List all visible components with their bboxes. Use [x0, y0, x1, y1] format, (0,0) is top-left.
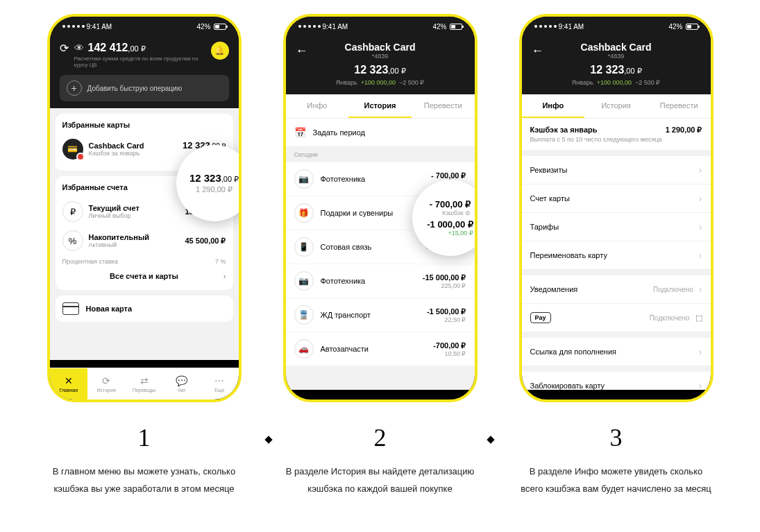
phone-1: 9:41 AM 42% ⟳ 👁142 412,00 ₽ Расчетная су… [47, 14, 242, 402]
captions: 1В главном меню вы можете узнать, скольк… [47, 423, 713, 497]
home-header: ⟳ 👁142 412,00 ₽ Расчетная сумма средств … [50, 36, 239, 108]
info-row[interactable]: Реквизиты› [522, 156, 711, 185]
card-header: ← Cashback Card*4839 12 323,00 ₽ Январь … [522, 36, 711, 94]
tab-more[interactable]: ⋯Еще [201, 368, 238, 400]
transaction-row[interactable]: 🚆 ЖД транспорт -1 500,00 ₽22,50 ₽ [286, 298, 475, 332]
tab-info[interactable]: Инфо [286, 94, 349, 118]
category-icon: 📷 [294, 271, 314, 291]
battery-icon [214, 24, 226, 30]
balance-subtitle: Расчетная сумма средств по всем продукта… [74, 55, 205, 68]
notifications-row[interactable]: УведомленияПодключено› [522, 275, 711, 304]
clock-icon[interactable]: ⟳ [60, 42, 69, 55]
status-bar: 9:41 AM 42% [286, 17, 475, 36]
status-bar: 9:41 AM 42% [522, 17, 711, 36]
eye-icon[interactable]: 👁 [74, 42, 84, 53]
topup-link-row[interactable]: Ссылка для пополнения› [522, 338, 711, 366]
battery-icon [450, 24, 462, 30]
tab-transfers[interactable]: ⇄Переводы [125, 368, 162, 400]
day-label: Сегодня [286, 147, 475, 162]
month-summary: Январь +100 000,00 −2 500 ₽ [296, 79, 465, 86]
plus-icon: + [67, 80, 82, 96]
wallet-icon: ⬚ [695, 314, 702, 323]
tab-home[interactable]: ✕Главная [50, 368, 87, 400]
caption-1: 1В главном меню вы можете узнать, скольк… [47, 423, 242, 497]
info-row[interactable]: Переименовать карту› [522, 241, 711, 270]
time: 9:41 AM [87, 23, 112, 31]
card-icon: 💳 [62, 139, 83, 160]
caption-2: 2В разделе История вы найдете детализаци… [283, 423, 478, 497]
section-title: Избранные карты [62, 121, 226, 129]
separator-diamond [265, 436, 273, 443]
tab-chat[interactable]: 💬Чат [163, 368, 201, 400]
ruble-icon: ₽ [62, 201, 83, 222]
add-quick-operation[interactable]: + Добавить быструю операцию [60, 75, 229, 101]
info-content: Инфо История Перевести Кэшбэк за январь1… [522, 94, 711, 390]
phone-2: 9:41 AM 42% ← Cashback Card*4839 12 323,… [283, 14, 478, 402]
card-tabs: Инфо История Перевести [522, 94, 711, 119]
battery-pct: 42% [196, 23, 210, 31]
back-button[interactable]: ← [532, 44, 544, 58]
caption-3: 3В разделе Инфо можете увидеть сколько в… [519, 423, 713, 497]
phone-3: 9:41 AM 42% ← Cashback Card*4839 12 323,… [519, 14, 713, 402]
category-icon: 🚆 [294, 305, 314, 325]
card-tabs: Инфо История Перевести [286, 94, 475, 119]
apple-pay-row[interactable]: PayПодключено⬚ [522, 304, 711, 332]
block-card-row[interactable]: Заблокировать карту› [522, 372, 711, 390]
category-icon: 📷 [294, 169, 314, 189]
category-icon: 🚗 [294, 339, 314, 359]
total-balance: 142 412,00 ₽ [88, 42, 146, 54]
category-icon: 📱 [294, 237, 314, 257]
card-header: ← Cashback Card*4839 12 323,00 ₽ Январь … [286, 36, 475, 94]
tab-history[interactable]: История [584, 94, 648, 118]
percent-icon: % [62, 230, 83, 251]
account-row[interactable]: % НакопительныйАктивный 45 500,00 ₽ [62, 226, 226, 255]
cashback-block[interactable]: Кэшбэк за январь1 290,00 ₽ Выплата с 5 п… [522, 119, 711, 151]
period-selector[interactable]: 📅Задать период [286, 119, 475, 147]
calendar-icon: 📅 [294, 127, 306, 138]
transaction-row[interactable]: 🚗 Автозапчасти -700,00 ₽10,50 ₽ [286, 332, 475, 366]
info-row[interactable]: Счет карты› [522, 185, 711, 213]
transaction-row[interactable]: 📷 Фототехника -15 000,00 ₽225,00 ₽ [286, 264, 475, 298]
battery-icon [686, 24, 698, 30]
bell-icon[interactable]: 🔔 [211, 42, 229, 60]
tab-transfer[interactable]: Перевести [412, 94, 475, 118]
tab-history[interactable]: История [348, 94, 412, 118]
tab-transfer[interactable]: Перевести [648, 94, 711, 118]
back-button[interactable]: ← [296, 44, 308, 58]
category-icon: 🎁 [294, 203, 314, 223]
tab-history[interactable]: ⟳История [87, 368, 125, 400]
new-card-button[interactable]: Новая карта [56, 295, 233, 322]
tab-bar: ✕Главная ⟳История ⇄Переводы 💬Чат ⋯Еще [50, 368, 239, 400]
status-bar: 9:41 AM 42% [50, 17, 239, 36]
card-icon [62, 302, 79, 315]
card-balance: 12 323,00 ₽ [296, 64, 465, 76]
all-accounts-link[interactable]: Все счета и карты› [62, 265, 226, 283]
info-row[interactable]: Тарифы› [522, 213, 711, 241]
separator-diamond [487, 436, 495, 443]
tab-info[interactable]: Инфо [522, 94, 585, 118]
